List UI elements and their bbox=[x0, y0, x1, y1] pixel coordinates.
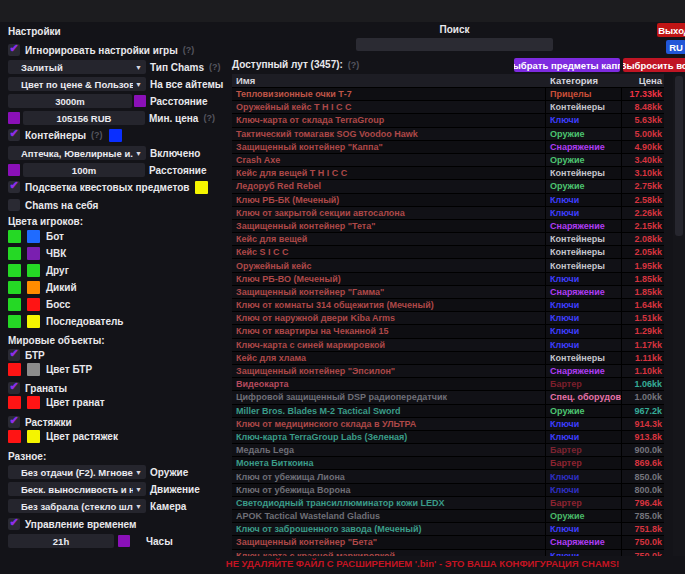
scrollbar-thumb[interactable] bbox=[675, 76, 683, 236]
checkbox-time-control[interactable] bbox=[8, 518, 20, 530]
table-row[interactable]: APOK Tactical Wasteland GladiusОружие785… bbox=[232, 510, 664, 523]
player-color-swatch[interactable] bbox=[27, 230, 40, 243]
table-row[interactable]: Тепловизионные очки Т-7Прицелы17.33kk bbox=[232, 88, 664, 101]
table-row[interactable]: Кейс для хламаКонтейнеры1.11kk bbox=[232, 352, 664, 365]
table-row[interactable]: Светодиодный трансиллюминатор кожи LEDXБ… bbox=[232, 497, 664, 510]
table-row[interactable]: Ключ от квартиры на Чеканной 15Ключи1.29… bbox=[232, 325, 664, 338]
table-row[interactable]: Оружейный кейсКонтейнеры1.95kk bbox=[232, 259, 664, 272]
table-row[interactable]: Медаль LegaБартер900.0k bbox=[232, 444, 664, 457]
item-name: Ключ от наружной двери Kiba Arms bbox=[232, 313, 545, 323]
table-row[interactable]: Ключ от заброшенного завода (Меченый)Клю… bbox=[232, 523, 664, 536]
help-icon[interactable]: (?) bbox=[91, 130, 103, 140]
table-row[interactable]: Цифровой защищенный DSP радиопередатчикС… bbox=[232, 391, 664, 404]
table-row[interactable]: Защищенный контейнер "Эпсилон"Снаряжение… bbox=[232, 365, 664, 378]
table-row[interactable]: Защищенный контейнер "Гамма"Снаряжение1.… bbox=[232, 286, 664, 299]
chams-type-dropdown[interactable]: Залитый ▼ bbox=[8, 60, 146, 74]
weapon-dropdown[interactable]: Без отдачи (F2). Мгновенное п ▼ bbox=[8, 465, 146, 479]
select-kappa-button[interactable]: Выбрать предметы каппа bbox=[514, 58, 620, 72]
table-row[interactable]: Кейс S I C CКонтейнеры2.05kk bbox=[232, 246, 664, 259]
tripwire-color-swatch[interactable] bbox=[27, 430, 40, 443]
table-row[interactable]: Кейс для вещей T H I C CКонтейнеры3.10kk bbox=[232, 167, 664, 180]
player-color-swatch[interactable] bbox=[27, 247, 40, 260]
player-color-swatch[interactable] bbox=[8, 264, 21, 277]
table-row[interactable]: Crash AxeОружие3.40kk bbox=[232, 154, 664, 167]
help-icon[interactable]: (?) bbox=[203, 113, 215, 123]
distance2-input[interactable]: 100m bbox=[23, 163, 145, 177]
table-row[interactable]: Оружейный кейс T H I C CКонтейнеры8.48kk bbox=[232, 101, 664, 114]
drop-all-button[interactable]: Выбросить все bbox=[623, 58, 685, 72]
player-color-swatch[interactable] bbox=[27, 298, 40, 311]
table-row[interactable]: Ключ-карта с синей маркировкойКлючи1.17k… bbox=[232, 339, 664, 352]
column-header-price[interactable]: Цена bbox=[622, 75, 664, 86]
distance-color-swatch[interactable] bbox=[134, 95, 146, 107]
containers-color-swatch[interactable] bbox=[109, 129, 122, 142]
player-color-swatch[interactable] bbox=[8, 281, 21, 294]
player-color-swatch[interactable] bbox=[8, 315, 21, 328]
table-row[interactable]: Ключ от комнаты 314 общежития (Меченый)К… bbox=[232, 299, 664, 312]
help-icon[interactable]: (?) bbox=[209, 62, 221, 72]
exit-button[interactable]: Выход bbox=[657, 23, 685, 37]
table-row[interactable]: Ключ от убежища ЛионаКлючи850.0k bbox=[232, 470, 664, 483]
table-row[interactable]: Ключ от наружной двери Kiba ArmsКлючи1.5… bbox=[232, 312, 664, 325]
containers-label: Контейнеры bbox=[25, 130, 86, 141]
distance2-color-swatch[interactable] bbox=[8, 164, 20, 176]
column-header-name[interactable]: Имя bbox=[232, 75, 546, 86]
scrollbar[interactable] bbox=[673, 74, 685, 556]
color-mode-dropdown[interactable]: Цвет по цене & Пользователь ▼ bbox=[8, 77, 146, 91]
table-row[interactable]: ВидеокартаБартер1.06kk bbox=[232, 378, 664, 391]
search-input[interactable] bbox=[356, 38, 553, 51]
table-row[interactable]: Ключ от закрытой секции автосалонаКлючи2… bbox=[232, 207, 664, 220]
checkbox-tripwires[interactable] bbox=[8, 416, 20, 428]
checkbox-chams-self[interactable] bbox=[8, 199, 20, 211]
distance-input[interactable]: 3000m bbox=[8, 94, 132, 108]
table-row[interactable]: Защищенный контейнер "Тета"Снаряжение2.1… bbox=[232, 220, 664, 233]
movement-dropdown[interactable]: Беск. выносливость и нет уста ▼ bbox=[8, 482, 146, 496]
table-row[interactable]: Ключ от убежища ВоронаКлючи800.0k bbox=[232, 484, 664, 497]
grenade-color-swatch[interactable] bbox=[27, 396, 40, 409]
player-color-swatch[interactable] bbox=[27, 315, 40, 328]
hours-color-swatch[interactable] bbox=[118, 535, 130, 547]
checkbox-ignore-game[interactable] bbox=[8, 44, 20, 56]
checkbox-grenades[interactable] bbox=[8, 382, 20, 394]
table-row[interactable]: Тактический томагавк SOG Voodoo HawkОруж… bbox=[232, 128, 664, 141]
player-color-swatch[interactable] bbox=[27, 264, 40, 277]
table-row[interactable]: Монета БиткоинаБартер869.6k bbox=[232, 457, 664, 470]
item-name: Видеокарта bbox=[232, 379, 545, 389]
table-row[interactable]: Ключ РБ-БК (Меченый)Ключи2.58kk bbox=[232, 194, 664, 207]
player-color-swatch[interactable] bbox=[27, 281, 40, 294]
player-color-swatch[interactable] bbox=[8, 230, 21, 243]
language-button[interactable]: RU bbox=[666, 40, 685, 54]
table-row[interactable]: Ключ-карта от склада TerraGroupКлючи5.63… bbox=[232, 114, 664, 127]
table-row[interactable]: Защищенный контейнер "Бета"Снаряжение750… bbox=[232, 536, 664, 549]
grenade-color-swatch[interactable] bbox=[8, 396, 21, 409]
item-category: Ключи bbox=[545, 470, 621, 482]
table-row[interactable]: Ключ-карта TerraGroup Labs (Зеленая)Ключ… bbox=[232, 431, 664, 444]
checkbox-containers[interactable] bbox=[8, 129, 20, 141]
checkbox-btr[interactable] bbox=[8, 349, 20, 361]
checkbox-quest-items[interactable] bbox=[8, 181, 20, 193]
table-row[interactable]: Ключ РБ-ВО (Меченый)Ключи1.85kk bbox=[232, 273, 664, 286]
quest-items-color-swatch[interactable] bbox=[195, 181, 208, 194]
player-color-swatch[interactable] bbox=[8, 298, 21, 311]
player-color-swatch[interactable] bbox=[8, 247, 21, 260]
hours-input[interactable]: 21h bbox=[8, 534, 114, 548]
min-price-color-swatch[interactable] bbox=[8, 112, 20, 124]
table-row[interactable]: Miller Bros. Blades M-2 Tactical SwordОр… bbox=[232, 405, 664, 418]
meds-dropdown[interactable]: Аптечка, Ювелирные и... ▼ bbox=[8, 146, 146, 160]
item-price: 785.0k bbox=[621, 510, 664, 522]
help-icon[interactable]: (?) bbox=[348, 60, 360, 70]
item-name: Ключ от убежища Ворона bbox=[232, 485, 545, 495]
ignore-game-settings-row[interactable]: Игнорировать настройки игры (?) bbox=[8, 43, 234, 57]
min-price-input[interactable]: 105156 RUB bbox=[23, 111, 145, 125]
table-row[interactable]: Кейс для вещейКонтейнеры2.08kk bbox=[232, 233, 664, 246]
table-row[interactable]: Ледоруб Red RebelОружие2.75kk bbox=[232, 180, 664, 193]
btr-color-swatch[interactable] bbox=[27, 363, 40, 376]
help-icon[interactable]: (?) bbox=[183, 45, 195, 55]
tripwire-color-swatch[interactable] bbox=[8, 430, 21, 443]
column-header-category[interactable]: Категория bbox=[546, 75, 622, 86]
btr-color-swatch[interactable] bbox=[8, 363, 21, 376]
camera-dropdown[interactable]: Без забрала (стекло шлема) ▼ bbox=[8, 499, 146, 513]
item-category: Ключи bbox=[545, 114, 621, 126]
table-row[interactable]: Ключ от медицинского склада в УЛЬТРАКлюч… bbox=[232, 418, 664, 431]
table-row[interactable]: Защищенный контейнер "Каппа"Снаряжение4.… bbox=[232, 141, 664, 154]
